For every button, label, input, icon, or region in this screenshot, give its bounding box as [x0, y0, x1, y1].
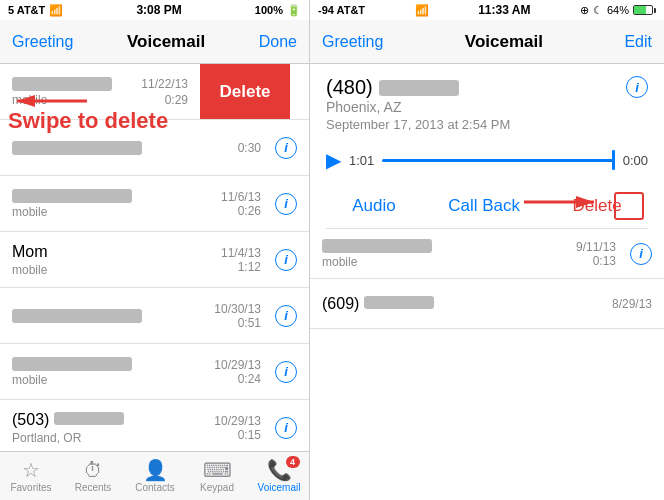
time-left: 3:08 PM: [136, 3, 181, 17]
scrubber-track[interactable]: [382, 159, 614, 162]
greeting-btn-right[interactable]: Greeting: [322, 33, 383, 51]
info-btn-mom[interactable]: i: [275, 249, 297, 271]
done-btn-left[interactable]: Done: [259, 33, 297, 51]
detail-number-row: (480): [326, 76, 510, 99]
bottom-info-btn-1[interactable]: i: [630, 243, 652, 265]
voicemail-title-left: Voicemail: [127, 32, 205, 52]
info-btn-503[interactable]: i: [275, 417, 297, 439]
nav-bar-left: Greeting Voicemail Done: [0, 20, 309, 64]
scrubber-highlight-box: [614, 192, 644, 220]
swipe-label: Swipe to delete: [8, 108, 168, 134]
scrubber-arrow: [519, 182, 609, 226]
tab-recents[interactable]: ⏱ Recents: [62, 460, 124, 493]
vm-item-3[interactable]: 10/30/13 0:51 i: [0, 288, 309, 344]
status-icons-right: ⊕ ☾ 64%: [580, 4, 656, 17]
tab-contacts[interactable]: 👤 Contacts: [124, 460, 186, 493]
info-btn-4[interactable]: i: [275, 361, 297, 383]
callback-button[interactable]: Call Back: [448, 196, 520, 216]
vm-name-3: [12, 309, 142, 323]
bottom-vm-name-2: (609): [322, 295, 434, 313]
bottom-vm-item-1[interactable]: mobile 9/11/13 0:13 i: [310, 229, 664, 279]
greeting-btn-left[interactable]: Greeting: [12, 33, 73, 51]
vm-item-mom[interactable]: Mom mobile 11/4/13 1:12 i: [0, 232, 309, 288]
vm-date-2: 11/6/13: [221, 190, 261, 204]
scrubber-row[interactable]: ▶ 1:01 0:00: [326, 148, 648, 172]
right-panel: -94 AT&T 📶 11:33 AM ⊕ ☾ 64% Greeting Voi…: [310, 0, 664, 500]
vm-dur-1: 0:30: [238, 141, 261, 155]
bottom-vm-inner-1: mobile 9/11/13 0:13 i: [322, 239, 652, 269]
tab-keypad[interactable]: ⌨ Keypad: [186, 460, 248, 493]
vm-date-503: 10/29/13: [214, 414, 261, 428]
voicemail-title-right: Voicemail: [465, 32, 543, 52]
vm-date-4: 10/29/13: [214, 358, 261, 372]
bottom-vm-date-2: 8/29/13: [612, 297, 652, 311]
bottom-vm-left-2: (609): [322, 295, 434, 313]
keypad-icon: ⌨: [203, 460, 232, 480]
wifi-icon-right: 📶: [415, 4, 429, 17]
tab-voicemail-label: Voicemail: [258, 482, 301, 493]
vm-name-mom: Mom: [12, 243, 48, 261]
voicemail-detail: (480) Phoenix, AZ September 17, 2013 at …: [310, 64, 664, 229]
bottom-vm-date-1: 9/11/13: [576, 240, 616, 254]
bottom-vm-dur-1: 0:13: [593, 254, 616, 268]
vm-sub-4: mobile: [12, 373, 132, 387]
bottom-vm-right-1: 9/11/13 0:13 i: [576, 240, 652, 268]
detail-number-blurred: [379, 80, 459, 96]
tab-favorites-label: Favorites: [10, 482, 51, 493]
battery-icon-left: 🔋: [287, 4, 301, 17]
vm-name-1: [12, 141, 142, 155]
favorites-icon: ☆: [22, 460, 40, 480]
tab-recents-label: Recents: [75, 482, 112, 493]
tab-bar-left: ☆ Favorites ⏱ Recents 👤 Contacts ⌨ Keypa…: [0, 451, 310, 500]
info-btn-3[interactable]: i: [275, 305, 297, 327]
battery-left: 100%: [255, 4, 283, 16]
info-btn-2[interactable]: i: [275, 193, 297, 215]
bottom-vm-right-2: 8/29/13: [612, 297, 652, 311]
vm-dur-4: 0:24: [238, 372, 261, 386]
battery-pct-right: 64%: [607, 4, 629, 16]
time-right: 11:33 AM: [478, 3, 530, 17]
vm-dur-3: 0:51: [238, 316, 261, 330]
bottom-vm-inner-2: (609) 8/29/13: [322, 295, 652, 313]
moon-icon: ☾: [593, 4, 603, 17]
tab-voicemail[interactable]: 📞 4 Voicemail: [248, 460, 310, 493]
vm-item-503[interactable]: (503) Portland, OR 10/29/13 0:15 i: [0, 400, 309, 456]
vm-sub-2: mobile: [12, 205, 132, 219]
voicemail-badge: 4: [286, 456, 300, 468]
detail-info-btn[interactable]: i: [626, 76, 648, 98]
play-button[interactable]: ▶: [326, 148, 341, 172]
left-panel: 5 AT&T 📶 3:08 PM 100% 🔋 Greeting Voicema…: [0, 0, 310, 500]
tab-contacts-label: Contacts: [135, 482, 174, 493]
vm-date-mom: 11/4/13: [221, 246, 261, 260]
contacts-icon: 👤: [143, 460, 168, 480]
vm-dur-503: 0:15: [238, 428, 261, 442]
carrier-left: 5 AT&T: [8, 4, 45, 16]
battery-icon-right: [633, 5, 656, 15]
vm-sub-mom: mobile: [12, 263, 48, 277]
bottom-vm-item-2[interactable]: (609) 8/29/13: [310, 279, 664, 329]
audio-button[interactable]: Audio: [352, 196, 395, 216]
edit-btn-right[interactable]: Edit: [624, 33, 652, 51]
vm-item-4[interactable]: mobile 10/29/13 0:24 i: [0, 344, 309, 400]
info-btn-1[interactable]: i: [275, 137, 297, 159]
tab-favorites[interactable]: ☆ Favorites: [0, 460, 62, 493]
wifi-icon-left: 📶: [49, 4, 63, 17]
status-bar-right: -94 AT&T 📶 11:33 AM ⊕ ☾ 64%: [310, 0, 664, 20]
vm-dur-2: 0:26: [238, 204, 261, 218]
vm-item-2[interactable]: mobile 11/6/13 0:26 i: [0, 176, 309, 232]
bottom-vm-left-1: mobile: [322, 239, 432, 269]
carrier-right: -94 AT&T: [318, 4, 365, 16]
delete-button[interactable]: Delete: [200, 64, 290, 120]
detail-number: (480): [326, 76, 373, 99]
tab-keypad-label: Keypad: [200, 482, 234, 493]
status-bar-left: 5 AT&T 📶 3:08 PM 100% 🔋: [0, 0, 309, 20]
scrubber-time-remaining: 0:00: [623, 153, 648, 168]
scrubber-thumb: [612, 150, 615, 170]
vm-dur-mom: 1:12: [238, 260, 261, 274]
vm-name-503: (503): [12, 411, 124, 429]
bottom-vm-sub-1: mobile: [322, 255, 432, 269]
bottom-vm-name-1: [322, 239, 432, 253]
detail-date: September 17, 2013 at 2:54 PM: [326, 117, 510, 132]
bottom-voicemail-list: mobile 9/11/13 0:13 i (609) 8/29/13: [310, 229, 664, 329]
detail-header: (480) Phoenix, AZ September 17, 2013 at …: [326, 76, 648, 144]
